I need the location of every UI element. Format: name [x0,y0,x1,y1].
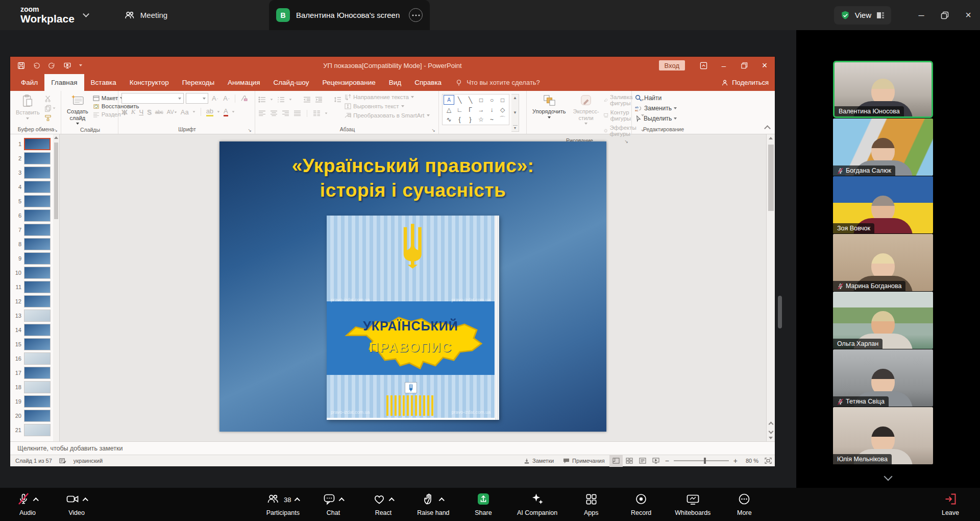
slide-thumbnail-image[interactable] [24,167,51,179]
more-options-icon[interactable] [409,8,423,22]
numbering-button[interactable] [277,97,285,103]
ribbon-tab-Конструктор[interactable]: Конструктор [123,74,176,91]
slide-thumbnail-image[interactable] [24,324,51,336]
shape-icon[interactable]: Γ [465,105,476,114]
ribbon-display-options-icon[interactable] [693,57,714,74]
shape-icon[interactable]: ☆ [476,114,486,124]
slide-thumbnail-7[interactable]: 7 [10,223,59,237]
shape-icon[interactable]: } [465,114,476,124]
shape-icon[interactable]: ↓ [486,105,497,114]
redo-icon[interactable] [48,62,56,69]
slide-thumbnail-6[interactable]: 6 [10,208,59,223]
fit-to-window-button[interactable] [762,455,775,467]
align-text-button[interactable]: Выровнять текст [345,103,430,109]
slide-thumbnail-image[interactable] [24,252,51,265]
slide-thumbnail-image[interactable] [24,267,51,279]
chevron-up-icon[interactable] [389,498,395,503]
scroll-down-icon[interactable] [769,437,773,439]
comments-toggle-button[interactable]: Примечания [558,455,609,467]
shape-icon[interactable]: A [444,95,454,105]
notes-pane[interactable]: Щелкните, чтобы добавить заметки [10,441,775,455]
slide-thumbnail-image[interactable] [24,195,51,207]
underline-button[interactable]: Ч [139,108,143,116]
paste-button[interactable]: Вставить [13,93,42,126]
slide-thumbnail-10[interactable]: 10 [10,266,59,280]
chat-button[interactable]: Chat [317,493,350,516]
slide-thumbnail-8[interactable]: 8 [10,237,59,251]
slide-thumbnail-image[interactable] [24,352,51,365]
slide-thumbnail-image[interactable] [24,381,51,393]
scroll-up-icon[interactable] [769,137,773,139]
whiteboards-button[interactable]: Whiteboards [675,493,710,516]
shape-icon[interactable]: □ [497,95,508,105]
highlight-color-button[interactable]: ab [206,107,213,116]
minimize-button[interactable]: – [910,0,933,30]
shape-icon[interactable]: ╲ [465,95,476,105]
zoom-level[interactable]: 80 % [740,458,762,464]
pp-close-button[interactable]: × [754,57,775,74]
react-button[interactable]: React [367,493,400,516]
slide-thumbnail-4[interactable]: 4 [10,180,59,194]
chevron-down-icon[interactable] [83,11,89,17]
slide-thumbnail-image[interactable] [24,181,51,193]
shape-icon[interactable]: ⌒ [497,114,508,124]
slide-thumbnail-image[interactable] [24,224,51,236]
ribbon-tab-Анимация[interactable]: Анимация [221,74,266,91]
participant-tile[interactable]: Богдана Салюк [833,119,933,176]
zoom-slider-handle[interactable] [704,458,706,464]
select-button[interactable]: Выделить [635,115,692,122]
slide-thumbnail-16[interactable]: 16 [10,351,59,366]
slide-thumbnail-image[interactable] [24,209,51,222]
scroll-up-icon[interactable] [54,136,58,139]
font-color-button[interactable]: А [224,107,228,116]
slide-thumbnail-9[interactable]: 9 [10,251,59,266]
change-case-button[interactable]: Aa [181,108,189,116]
editor-scrollbar[interactable] [766,134,775,441]
shape-icon[interactable]: ◇ [497,105,508,114]
participant-tile[interactable]: Марина Богданова [833,234,933,291]
slide-thumbnail-image[interactable] [24,152,51,164]
chevron-up-icon[interactable] [82,498,88,503]
share-presentation-button[interactable]: Поделиться [721,74,769,91]
chevron-up-icon[interactable] [339,498,345,503]
shapes-grid[interactable]: A╲╲□○□△∟Γ→↓◇∿{}☆~⌒ [442,94,509,125]
ribbon-tab-Справка[interactable]: Справка [408,74,448,91]
record-button[interactable]: Record [625,493,657,516]
customize-qat-icon[interactable] [79,64,82,66]
text-shadow-button[interactable]: S [147,108,152,116]
dialog-launcher-icon[interactable]: ↘ [431,128,435,133]
normal-view-button[interactable] [609,455,623,467]
cut-icon[interactable] [44,95,56,102]
leave-button[interactable]: Leave [934,493,967,516]
slide-thumbnail-11[interactable]: 11 [10,280,59,294]
next-slide-button[interactable] [768,429,773,434]
restore-button[interactable] [933,0,957,30]
slide-sorter-view-button[interactable] [623,455,636,467]
chevron-up-icon[interactable] [294,498,300,503]
slide-thumbnail-5[interactable]: 5 [10,194,59,208]
chevron-up-icon[interactable] [33,498,39,503]
share-button[interactable]: Share [467,493,500,516]
slide-thumbnail-21[interactable]: 21 [10,423,59,437]
undo-icon[interactable] [33,62,40,69]
pp-minimize-button[interactable]: – [714,57,734,74]
shape-icon[interactable]: ~ [486,114,497,124]
slide-thumbnail-13[interactable]: 13 [10,309,59,323]
reading-view-button[interactable] [636,455,649,467]
bullets-button[interactable] [258,97,266,103]
slide-thumbnail-17[interactable]: 17 [10,366,59,380]
raise-hand-button[interactable]: Raise hand [417,493,450,516]
grow-font-button[interactable]: Аˆ [210,94,219,102]
character-spacing-button[interactable]: AV [167,109,177,115]
participant-tile[interactable]: Валентина Юносова [833,61,933,118]
shape-icon[interactable]: ∟ [454,105,465,114]
tab-meeting[interactable]: Meeting [124,10,167,21]
slide-thumbnail-1[interactable]: 1 [10,137,59,151]
participant-tile[interactable]: Ольга Харлан [833,292,933,349]
font-name-select[interactable] [121,93,184,104]
apps-button[interactable]: Apps [575,493,607,516]
start-slideshow-icon[interactable] [63,62,71,69]
previous-slide-button[interactable] [768,422,773,427]
justify-button[interactable] [293,110,301,116]
shape-icon[interactable]: ╲ [454,95,465,105]
